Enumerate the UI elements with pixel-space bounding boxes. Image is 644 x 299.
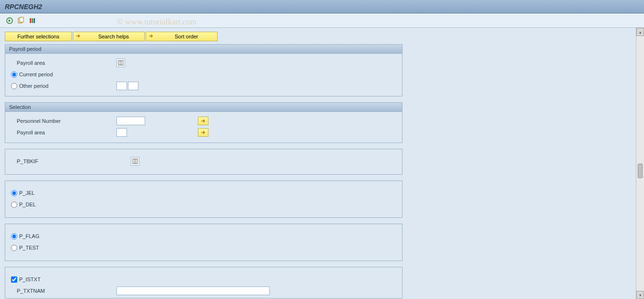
main-content: Further selections Search helps Sort ord… xyxy=(0,28,644,299)
current-period-input[interactable] xyxy=(11,72,17,78)
payroll-area-label: Payroll area xyxy=(11,60,116,66)
p-flag-radio[interactable]: P_FLAG xyxy=(11,233,39,239)
p-jel-input[interactable] xyxy=(11,190,17,196)
p-test-input[interactable] xyxy=(11,245,17,251)
button-label: Search helps xyxy=(98,34,129,39)
p-tbkif-label: P_TBKIF xyxy=(11,158,116,164)
header-bar: RPCNEGH2 xyxy=(0,0,644,13)
radio-label-text: Other period xyxy=(19,83,48,89)
personnel-number-label: Personnel Number xyxy=(11,118,116,124)
group-tbkif: P_TBKIF xyxy=(5,149,402,175)
radio-label-text: P_DEL xyxy=(19,202,36,207)
scroll-thumb[interactable] xyxy=(638,164,643,178)
other-period-field-2[interactable] xyxy=(128,82,138,90)
search-helps-button[interactable]: Search helps xyxy=(73,32,145,41)
vertical-scrollbar[interactable]: ▴ ▾ xyxy=(636,28,644,299)
button-label: Further selections xyxy=(17,34,59,39)
p-del-input[interactable] xyxy=(11,202,17,208)
p-del-radio[interactable]: P_DEL xyxy=(11,202,36,208)
group-payroll-period: Payroll period Payroll area Current peri… xyxy=(5,44,402,96)
group-selection: Selection Personnel Number Payroll area xyxy=(5,102,402,143)
scroll-up-button[interactable]: ▴ xyxy=(636,28,644,36)
other-period-radio[interactable]: Other period xyxy=(11,83,116,89)
svg-rect-5 xyxy=(34,18,35,23)
sort-order-button[interactable]: Sort order xyxy=(146,32,218,41)
personnel-number-field[interactable] xyxy=(116,117,145,125)
scroll-down-button[interactable]: ▾ xyxy=(636,291,644,299)
group-flag-test: P_FLAG P_TEST xyxy=(5,224,402,261)
radio-label-text: P_TEST xyxy=(19,245,39,251)
svg-rect-2 xyxy=(20,17,23,22)
svg-rect-4 xyxy=(32,18,33,23)
payroll-area-multiselect[interactable] xyxy=(198,128,208,137)
p-tbkif-matchcode[interactable] xyxy=(131,157,139,166)
execute-icon[interactable] xyxy=(5,16,14,25)
p-jel-radio[interactable]: P_JEL xyxy=(11,190,34,196)
radio-label-text: P_JEL xyxy=(19,190,34,196)
checkbox-label-text: P_ISTXT xyxy=(19,276,41,282)
payroll-area-sel-label: Payroll area xyxy=(11,130,116,135)
group-header: Selection xyxy=(5,103,402,112)
group-jel-del: P_JEL P_DEL xyxy=(5,180,402,218)
further-selections-button[interactable]: Further selections xyxy=(5,32,72,41)
button-label: Sort order xyxy=(175,34,198,39)
group-header: Payroll period xyxy=(5,45,402,54)
p-txtnam-label: P_TXTNAM xyxy=(11,288,116,294)
variant-icon[interactable] xyxy=(16,16,26,25)
p-test-radio[interactable]: P_TEST xyxy=(11,245,39,251)
arrow-right-icon xyxy=(148,33,154,40)
p-txtnam-field[interactable] xyxy=(116,287,270,295)
group-txt: P_ISTXT P_TXTNAM xyxy=(5,267,402,299)
p-flag-input[interactable] xyxy=(11,233,17,239)
radio-label-text: P_FLAG xyxy=(19,233,39,239)
payroll-area-matchcode[interactable] xyxy=(116,59,125,67)
page-title: RPCNEGH2 xyxy=(5,3,42,11)
button-row: Further selections Search helps Sort ord… xyxy=(5,32,639,41)
p-istxt-input[interactable] xyxy=(11,276,17,283)
radio-label-text: Current period xyxy=(19,72,53,77)
p-istxt-checkbox[interactable]: P_ISTXT xyxy=(11,276,41,283)
current-period-radio[interactable]: Current period xyxy=(11,72,53,78)
svg-rect-3 xyxy=(30,18,31,23)
other-period-input[interactable] xyxy=(11,83,17,89)
options-icon[interactable] xyxy=(28,16,37,25)
arrow-right-icon xyxy=(75,33,81,40)
other-period-field-1[interactable] xyxy=(116,82,127,90)
toolbar xyxy=(0,13,644,28)
payroll-area-sel-field[interactable] xyxy=(116,128,127,137)
personnel-number-multiselect[interactable] xyxy=(198,117,208,125)
